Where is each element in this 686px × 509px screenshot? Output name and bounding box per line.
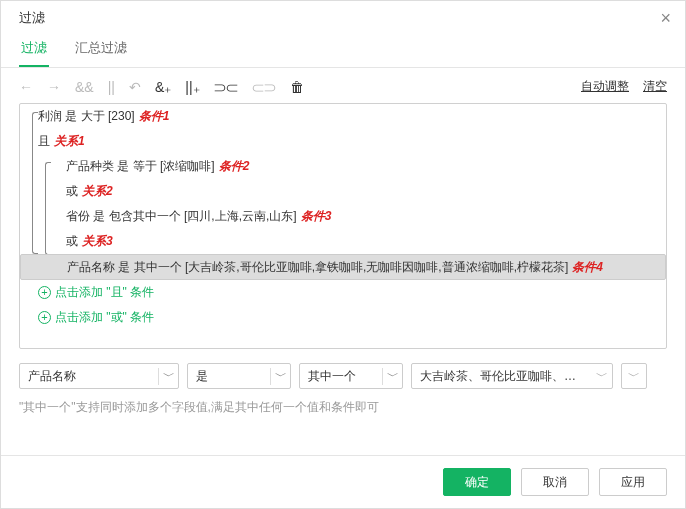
group-icon[interactable]: ⸧⸦ [214,80,238,94]
cond-text: 省份 是 包含其中一个 [四川,上海,云南,山东] [66,208,297,225]
rel-text: 或 [66,183,78,200]
toolbar-left: ← → && || ↶ &₊ ||₊ ⸧⸦ ⸦⸧ 🗑 [19,80,304,94]
condition-row[interactable]: 利润 是 大于 [230] 条件1 [20,104,666,129]
add-or-row[interactable]: + 点击添加 "或" 条件 [20,305,666,330]
value-select[interactable]: 大吉岭茶、哥伦比亚咖啡、拿铁 ﹀ [411,363,613,389]
arrow-left-icon[interactable]: ← [19,80,33,94]
rel-text: 或 [66,233,78,250]
annotation: 条件2 [219,158,250,175]
cancel-button[interactable]: 取消 [521,468,589,496]
cond-text: 产品名称 是 其中一个 [大吉岭茶,哥伦比亚咖啡,拿铁咖啡,无咖啡因咖啡,普通浓… [67,259,568,276]
annotation: 关系3 [82,233,113,250]
condition-panel: 利润 是 大于 [230] 条件1 且 关系1 产品种类 是 等于 [浓缩咖啡]… [19,103,667,349]
add-and-icon[interactable]: &₊ [155,80,171,94]
dialog-title: 过滤 [19,9,45,27]
chevron-down-icon[interactable]: ﹀ [382,368,402,385]
chevron-down-icon: ﹀ [622,368,646,385]
form-row: 产品名称 ﹀ 是 ﹀ 其中一个 ﹀ 大吉岭茶、哥伦比亚咖啡、拿铁 ﹀ ﹀ [1,349,685,395]
and-icon[interactable]: && [75,80,94,94]
titlebar: 过滤 × [1,1,685,31]
relation-row[interactable]: 且 关系1 [20,129,666,154]
annotation: 关系1 [54,133,85,150]
ok-button[interactable]: 确定 [443,468,511,496]
trash-icon[interactable]: 🗑 [290,80,304,94]
add-or-label: 点击添加 "或" 条件 [55,309,154,326]
clear-link[interactable]: 清空 [643,78,667,95]
toolbar: ← → && || ↶ &₊ ||₊ ⸧⸦ ⸦⸧ 🗑 自动调整 清空 [1,68,685,103]
undo-icon[interactable]: ↶ [129,80,141,94]
plus-icon: + [38,311,51,324]
plus-icon: + [38,286,51,299]
filter-dialog: 过滤 × 过滤 汇总过滤 ← → && || ↶ &₊ ||₊ ⸧⸦ ⸦⸧ 🗑 … [0,0,686,509]
relation-row[interactable]: 或 关系2 [20,179,666,204]
relation-row[interactable]: 或 关系3 [20,229,666,254]
hint-text: "其中一个"支持同时添加多个字段值,满足其中任何一个值和条件即可 [1,395,685,426]
or-icon[interactable]: || [108,80,115,94]
add-and-label: 点击添加 "且" 条件 [55,284,154,301]
condition-row[interactable]: 省份 是 包含其中一个 [四川,上海,云南,山东] 条件3 [20,204,666,229]
rel-text: 且 [38,133,50,150]
condition-row-selected[interactable]: 产品名称 是 其中一个 [大吉岭茶,哥伦比亚咖啡,拿铁咖啡,无咖啡因咖啡,普通浓… [20,254,666,280]
toolbar-right: 自动调整 清空 [581,78,667,95]
apply-button[interactable]: 应用 [599,468,667,496]
footer: 确定 取消 应用 [1,455,685,508]
chevron-down-icon[interactable]: ﹀ [592,368,612,385]
annotation: 关系2 [82,183,113,200]
field-select[interactable]: 产品名称 ﹀ [19,363,179,389]
op-select[interactable]: 其中一个 ﹀ [299,363,403,389]
annotation: 条件4 [572,259,603,276]
tab-summary[interactable]: 汇总过滤 [73,31,129,67]
value-text: 大吉岭茶、哥伦比亚咖啡、拿铁 [412,368,592,385]
add-or-icon[interactable]: ||₊ [185,80,199,94]
annotation: 条件3 [301,208,332,225]
tabs: 过滤 汇总过滤 [1,31,685,68]
field-value: 产品名称 [20,368,158,385]
verb-select[interactable]: 是 ﹀ [187,363,291,389]
arrow-right-icon[interactable]: → [47,80,61,94]
add-and-row[interactable]: + 点击添加 "且" 条件 [20,280,666,305]
op-value: 其中一个 [300,368,382,385]
chevron-down-icon[interactable]: ﹀ [158,368,178,385]
cond-text: 利润 是 大于 [230] [38,108,135,125]
more-button[interactable]: ﹀ [621,363,647,389]
chevron-down-icon[interactable]: ﹀ [270,368,290,385]
condition-row[interactable]: 产品种类 是 等于 [浓缩咖啡] 条件2 [20,154,666,179]
verb-value: 是 [188,368,270,385]
auto-adjust-link[interactable]: 自动调整 [581,78,629,95]
close-icon[interactable]: × [660,9,671,27]
ungroup-icon[interactable]: ⸦⸧ [252,80,276,94]
annotation: 条件1 [139,108,170,125]
tab-filter[interactable]: 过滤 [19,31,49,67]
cond-text: 产品种类 是 等于 [浓缩咖啡] [66,158,215,175]
